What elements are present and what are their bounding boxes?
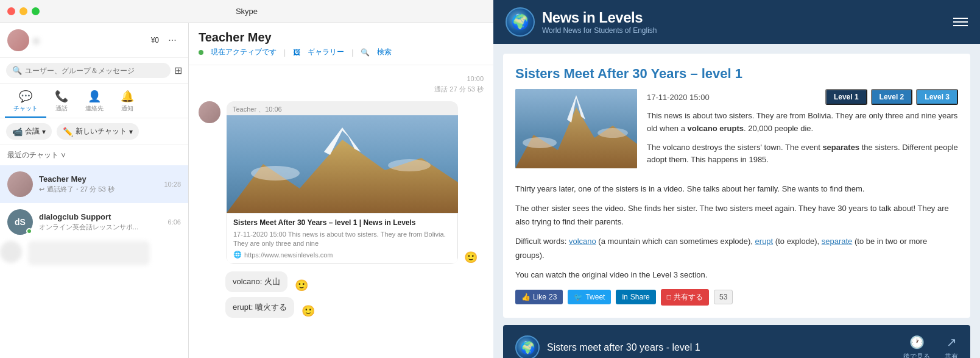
message-row: Teacher 、10:06 [199,101,484,264]
chat-item-dialogclub[interactable]: dS dialogclub Support オンライン英会話レッスンサポ... … [0,203,188,241]
share-count: 53 [714,290,733,304]
chat-header-meta: 現在アクティブです | 🖼 ギャラリー | 🔍 検索 [199,47,484,57]
tab-contacts[interactable]: 👤 連絡先 [77,86,112,118]
vocab-erupt-def: (to explode), [775,237,822,246]
vocab-erupt-link[interactable]: erupt [755,237,774,246]
chat-header: Teacher Mey 現在アクティブです | 🖼 ギャラリー | 🔍 検索 [189,23,493,65]
new-chat-button[interactable]: ✏️ 新しいチャット ▾ [57,123,139,140]
search-wrap[interactable]: 🔍 [6,63,171,78]
chat-time: 10:28 [164,181,181,188]
share-label: Share [630,293,650,301]
gallery-icon: 🖼 [293,48,300,57]
svg-point-3 [251,166,300,181]
avatar-image [7,171,33,197]
text-message-erupt: erupt: 噴火する [225,297,294,318]
kyoyu-button[interactable]: □ 共有する [661,289,709,306]
tab-calls[interactable]: 📞 通話 [46,86,77,118]
chat-item-teacher-mey[interactable]: Teacher Mey ↩ 通話終了・27 分 53 秒 10:28 [0,165,188,203]
watch-later-button[interactable]: 🕐 後で見る [903,335,930,358]
share-row: 👍 Like 23 🐦 Tweet in Share □ 共有する 53 [515,289,958,306]
video-actions: 🕐 後で見る ↗ 共有 [903,335,958,358]
tab-notifications[interactable]: 🔔 通知 [112,86,143,118]
minimize-button[interactable] [19,7,27,15]
window-controls [7,7,40,15]
video-left: 🌍 Sisters meet after 30 years - level 1 [515,335,700,358]
recent-header[interactable]: 最近のチャット ∨ [0,145,188,165]
emoji-reaction-button-2[interactable]: 🙂 [295,279,308,292]
tweet-button[interactable]: 🐦 Tweet [568,290,611,304]
level-badges: Level 1 Level 2 Level 3 [825,89,958,105]
news-logo: 🌍 News in Levels World News for Students… [506,7,657,37]
gallery-label[interactable]: ギャラリー [308,47,344,57]
link-card-desc: 17-11-2020 15:00 This news is about two … [233,230,451,249]
linkedin-icon: in [622,293,627,301]
level-2-badge[interactable]: Level 2 [871,89,913,105]
emoji-reaction-button-3[interactable]: 🙂 [301,304,315,318]
search-input[interactable] [25,66,164,75]
close-button[interactable] [7,7,15,15]
level-3-badge[interactable]: Level 3 [916,89,958,105]
svg-point-9 [598,128,628,138]
link-card[interactable]: Sisters Meet After 30 Years – level 1 | … [227,213,458,264]
search-icon: 🔍 [12,66,22,75]
tweet-label: Tweet [585,293,605,301]
meeting-label: 会議 [25,126,40,137]
grid-icon[interactable]: ⊞ [174,65,182,76]
ham-line-3 [953,25,968,26]
chevron-down-icon-2: ▾ [129,127,133,136]
vocab-separate-link[interactable]: separate [822,237,853,246]
meeting-button[interactable]: 📹 会議 ▾ [6,123,52,140]
tab-chat[interactable]: 💬 チャット [5,86,46,118]
search-label[interactable]: 検索 [377,47,392,57]
teacher-mey-avatar [7,171,33,197]
chat-preview: ↩ 通話終了・27 分 53 秒 [39,185,158,194]
linkedin-share-button[interactable]: in Share [616,290,655,304]
news-brand-title[interactable]: News in Levels [542,9,657,26]
share-icon-video: ↗ [947,335,957,349]
globe-icon-large: 🌍 [506,7,535,37]
message-bubble: Teacher 、10:06 [227,101,458,264]
video-globe-icon: 🌍 [515,335,540,358]
blurred-chat-item [0,241,188,265]
article-bold-1: volcano erupts [688,124,744,133]
message-avatar [199,101,220,123]
chat-name: dialogclub Support [39,212,162,221]
like-button[interactable]: 👍 Like 23 [515,290,563,304]
text-row-volcano: volcano: 火山 🙂 [199,271,484,292]
more-button[interactable]: ··· [164,32,181,49]
vocab-volcano-link[interactable]: volcano [569,237,596,246]
chat-contact-name: Teacher Mey [199,30,484,45]
skype-body: e ¥0 ··· 🔍 ⊞ 💬 チャット 📞 [0,23,493,358]
ham-line-1 [953,18,968,19]
bell-icon: 🔔 [121,90,134,103]
article-para3: Thirty years later, one of the sisters i… [515,182,958,196]
article-card: Sisters Meet After 30 Years – level 1 [503,54,970,318]
link-card-title: Sisters Meet After 30 Years – level 1 | … [233,218,451,228]
chat-icon: 💬 [19,90,32,103]
blurred-content [28,241,150,265]
article-para4: The other sister sees the video. She fin… [515,202,958,229]
kyoyu-label: 共有する [674,292,703,303]
chat-info: dialogclub Support オンライン英会話レッスンサポ... [39,212,162,232]
video-share-button[interactable]: ↗ 共有 [945,335,958,358]
search-bar: 🔍 ⊞ [0,58,188,84]
nav-tabs: 💬 チャット 📞 通話 👤 連絡先 🔔 通知 [0,84,188,118]
avatar-image [7,29,29,51]
emoji-reaction-button[interactable]: 🙂 [464,251,478,264]
blurred-avatar [0,241,22,263]
call-info: 通話 27 分 53 秒 [199,85,484,94]
article-meta-right: 17-11-2020 15:00 Level 1 Level 2 Level 3… [647,89,958,173]
tab-contacts-label: 連絡先 [85,104,104,113]
like-label: Like [533,293,546,301]
article-image [515,89,637,168]
maximize-button[interactable] [32,7,40,15]
avatar [7,29,29,51]
level-1-badge[interactable]: Level 1 [825,89,867,105]
like-count: 23 [549,293,557,301]
vocab-intro: Difficult words: [515,237,569,246]
watch-later-label: 後で見る [903,352,930,358]
edit-icon: ✏️ [63,127,73,137]
contacts-icon: 👤 [88,90,101,103]
thumbs-up-icon: 👍 [521,293,531,301]
hamburger-menu[interactable] [953,18,968,26]
